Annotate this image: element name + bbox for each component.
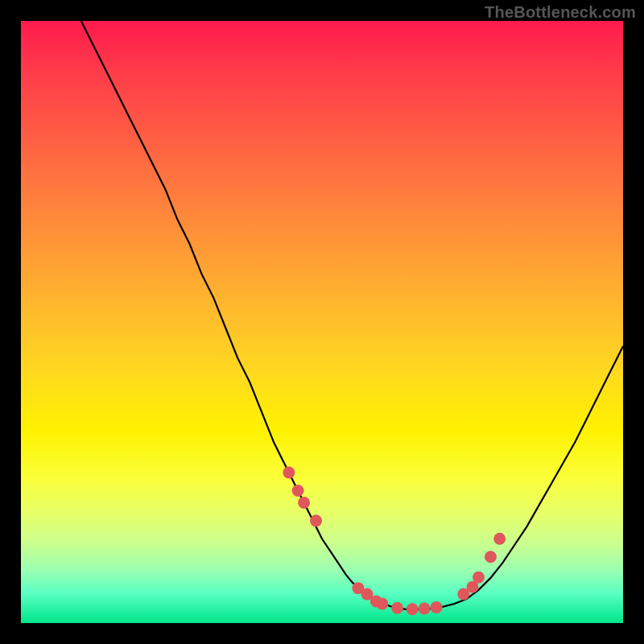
marker-point [298, 497, 310, 509]
chart-svg [21, 21, 623, 623]
curve-line [81, 21, 623, 609]
marker-point [407, 603, 419, 615]
chart-frame: TheBottleneck.com [0, 0, 644, 644]
marker-point [431, 601, 443, 613]
marker-point [310, 514, 322, 526]
marker-point [283, 467, 295, 479]
watermark-text: TheBottleneck.com [485, 3, 636, 22]
marker-point [376, 598, 388, 610]
curve-markers [283, 467, 506, 616]
plot-area [21, 21, 623, 623]
marker-point [473, 572, 485, 584]
marker-point [493, 533, 506, 545]
marker-point [292, 485, 304, 497]
marker-point [391, 602, 403, 614]
marker-point [485, 551, 497, 563]
marker-point [419, 603, 431, 615]
